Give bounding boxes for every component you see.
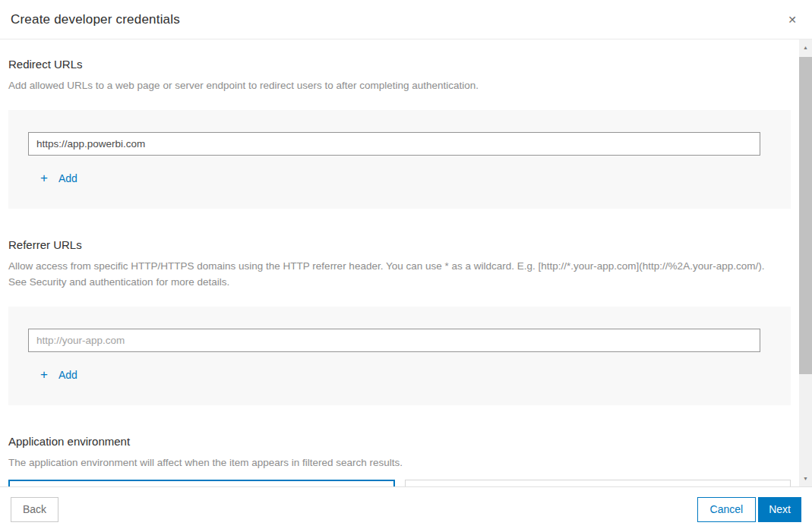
- scrollbar-thumb[interactable]: [799, 57, 812, 374]
- redirect-urls-heading: Redirect URLs: [8, 57, 791, 72]
- redirect-urls-description: Add allowed URLs to a web page or server…: [8, 77, 768, 93]
- section-referrer-urls: Referrer URLs Allow access from specific…: [8, 238, 791, 405]
- referrer-url-input[interactable]: [28, 329, 760, 352]
- referrer-urls-panel: + Add: [8, 307, 791, 405]
- environment-options: Multiple Browser: [8, 480, 791, 486]
- vertical-scrollbar[interactable]: ▲ ▼: [799, 39, 812, 486]
- add-label: Add: [58, 369, 77, 381]
- plus-icon: +: [40, 172, 48, 184]
- next-button[interactable]: Next: [758, 497, 801, 522]
- application-environment-description: The application environment will affect …: [8, 455, 768, 471]
- referrer-urls-heading: Referrer URLs: [8, 238, 791, 253]
- plus-icon: +: [40, 368, 48, 381]
- dialog-content: Redirect URLs Add allowed URLs to a web …: [0, 39, 799, 486]
- add-label: Add: [58, 172, 77, 184]
- dialog-footer: Back Cancel Next: [0, 486, 812, 532]
- scrollbar-up-icon[interactable]: ▲: [799, 41, 812, 54]
- footer-actions: Cancel Next: [697, 497, 801, 522]
- application-environment-heading: Application environment: [8, 434, 791, 449]
- cancel-button[interactable]: Cancel: [697, 497, 757, 522]
- redirect-url-input[interactable]: [28, 132, 760, 156]
- dialog-header: Create developer credentials ✕: [0, 0, 812, 39]
- create-developer-credentials-dialog: Create developer credentials ✕ Redirect …: [0, 0, 812, 532]
- back-button[interactable]: Back: [11, 497, 58, 522]
- environment-option-multiple[interactable]: Multiple: [8, 480, 395, 486]
- referrer-add-button[interactable]: + Add: [28, 368, 77, 381]
- section-application-environment: Application environment The application …: [8, 434, 791, 486]
- redirect-add-button[interactable]: + Add: [28, 172, 77, 184]
- scrollbar-down-icon[interactable]: ▼: [799, 472, 812, 485]
- dialog-scroll-area: Redirect URLs Add allowed URLs to a web …: [0, 39, 812, 486]
- redirect-urls-panel: + Add: [8, 110, 791, 209]
- dialog-title: Create developer credentials: [11, 12, 180, 27]
- close-icon[interactable]: ✕: [783, 11, 801, 29]
- environment-option-browser[interactable]: Browser: [405, 480, 791, 486]
- referrer-urls-description: Allow access from specific HTTP/HTTPS do…: [8, 258, 768, 290]
- section-redirect-urls: Redirect URLs Add allowed URLs to a web …: [8, 57, 791, 209]
